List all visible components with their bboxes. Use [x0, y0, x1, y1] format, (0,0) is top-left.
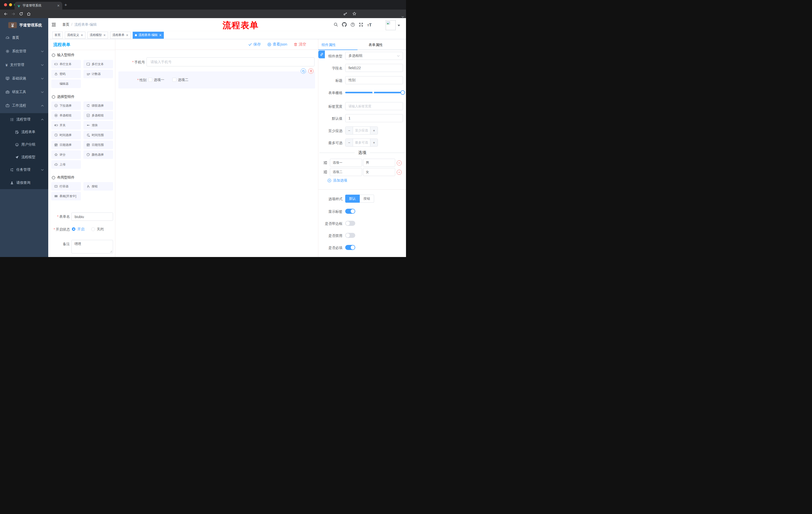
fullscreen-icon[interactable] [359, 22, 363, 27]
checkbox-option1-label[interactable]: 选项一 [154, 78, 164, 82]
disabled-switch[interactable] [345, 233, 355, 238]
avatar[interactable] [386, 20, 396, 30]
palette-item-textarea[interactable]: 多行文本 [83, 60, 113, 69]
drag-handle-icon[interactable] [323, 170, 327, 174]
tab-form-props[interactable]: 表单属性 [369, 43, 383, 47]
tag-close-icon[interactable]: ✕ [126, 33, 128, 37]
tag-home[interactable]: 首页 [52, 32, 63, 39]
grid-slider-track[interactable] [345, 92, 403, 93]
tag-process-definition[interactable]: 流程定义✕ [65, 32, 85, 39]
sidebar-item-home[interactable]: 首页 [0, 31, 48, 44]
copy-component-button[interactable] [301, 69, 306, 74]
window-close-button[interactable] [4, 3, 7, 6]
tag-process-form-edit[interactable]: 流程表单-编辑✕ [133, 32, 164, 39]
help-icon[interactable] [350, 22, 355, 27]
palette-item-date-picker[interactable]: 日期选择 [51, 141, 81, 149]
default-value-input[interactable] [345, 114, 403, 122]
save-button[interactable]: 保存 [248, 42, 261, 47]
increase-button[interactable]: + [370, 139, 378, 146]
palette-item-row-container[interactable]: 行容器 [51, 182, 81, 191]
border-switch[interactable] [345, 221, 355, 226]
github-icon[interactable] [342, 22, 347, 27]
remove-option2-button[interactable] [397, 170, 402, 175]
increase-button[interactable]: + [370, 127, 378, 134]
radio-on-label[interactable]: 开启 [77, 227, 84, 232]
app-logo[interactable]: 🐰 芋道管理系统 [0, 18, 48, 32]
sidebar-item-task-management[interactable]: 任务管理 [0, 163, 48, 176]
tag-close-icon[interactable]: ✕ [81, 33, 83, 37]
palette-item-date-range[interactable]: 日期范围 [83, 141, 113, 149]
palette-item-cascader[interactable]: 级联选择 [83, 101, 113, 110]
palette-item-upload[interactable]: 上传 [51, 160, 81, 169]
palette-item-select[interactable]: 下拉选择 [51, 101, 81, 110]
tag-close-icon[interactable]: ✕ [103, 33, 106, 37]
show-label-switch[interactable] [345, 209, 355, 214]
tab-component-props[interactable]: 组件属性 [322, 43, 336, 47]
add-option-button[interactable]: 添加选项 [327, 178, 347, 183]
palette-item-checkbox-group[interactable]: 多选框组 [83, 111, 113, 120]
checkbox-option1[interactable] [148, 78, 152, 82]
palette-item-single-line-text[interactable]: 单行文本 [51, 60, 81, 69]
new-tab-button[interactable]: + [64, 2, 67, 7]
tag-process-model[interactable]: 流程模型✕ [87, 32, 108, 39]
min-checked-stepper[interactable]: − 至少应选 + [345, 127, 378, 135]
tag-close-icon[interactable]: ✕ [159, 33, 162, 37]
form-name-input[interactable] [71, 213, 113, 221]
sidebar-collapse-icon[interactable] [51, 22, 56, 27]
clear-button[interactable]: 清空 [294, 42, 306, 47]
palette-item-button[interactable]: 按钮 [83, 182, 113, 191]
radio-on-selected[interactable] [72, 227, 76, 231]
style-default-button[interactable]: 默认 [345, 195, 360, 203]
password-key-icon[interactable] [343, 12, 347, 16]
selected-component-gender[interactable]: *性别 选项一 选项二 [118, 72, 315, 88]
forward-icon[interactable] [11, 12, 16, 16]
drag-handle-icon[interactable] [323, 161, 327, 165]
sidebar-item-leave-query[interactable]: 请假查询 [0, 177, 48, 189]
sidebar-item-payment[interactable]: ¥ 支付管理 [0, 59, 48, 71]
component-type-select[interactable]: 多选框组 [345, 52, 403, 60]
resize-handle-icon[interactable] [110, 250, 112, 253]
tag-process-form[interactable]: 流程表单✕ [110, 32, 130, 39]
sidebar-item-process-model[interactable]: 流程模型 [0, 151, 48, 163]
radio-off-label[interactable]: 关闭 [97, 227, 104, 232]
palette-item-slider[interactable]: 滑块 [83, 121, 113, 130]
form-remark-textarea[interactable]: 嘿嘿 [71, 240, 113, 253]
back-icon[interactable] [3, 12, 8, 16]
search-icon[interactable] [334, 22, 338, 27]
delete-component-button[interactable] [308, 69, 314, 74]
remove-option1-button[interactable] [397, 160, 402, 165]
sidebar-item-user-group[interactable]: 用户分组 [0, 138, 48, 151]
sidebar-item-infrastructure[interactable]: 基础设施 [0, 72, 48, 85]
palette-item-editor[interactable]: 编辑器 [51, 79, 81, 88]
palette-item-color-picker[interactable]: 颜色选择 [83, 151, 113, 159]
max-checked-stepper[interactable]: − 最多可选 + [345, 139, 378, 146]
palette-item-switch[interactable]: 开关 [51, 121, 81, 130]
sidebar-item-dev-tools[interactable]: 研发工具 [0, 86, 48, 98]
sidebar-item-process-management[interactable]: 流程管理 [0, 113, 48, 126]
checkbox-option2-label[interactable]: 选项二 [178, 78, 188, 82]
phone-input[interactable] [146, 57, 315, 66]
view-json-button[interactable]: 查看json [267, 42, 287, 47]
breadcrumb-home[interactable]: 首页 [62, 22, 69, 27]
palette-item-radio-group[interactable]: 单选框组 [51, 111, 81, 120]
radio-off[interactable] [91, 227, 95, 231]
field-name-input[interactable] [345, 64, 403, 72]
palette-item-time-range[interactable]: 时间范围 [83, 131, 113, 139]
home-icon[interactable] [27, 12, 31, 16]
sidebar-item-process-form[interactable]: 流程表单 [0, 126, 48, 138]
checkbox-option2[interactable] [172, 78, 176, 82]
option2-label-input[interactable] [330, 168, 362, 176]
browser-tab[interactable]: 芋道管理系统 ✕ [14, 2, 62, 9]
font-size-icon[interactable]: TT [367, 23, 372, 28]
decrease-button[interactable]: − [345, 139, 353, 146]
slider-handle[interactable] [401, 90, 405, 95]
style-button-button[interactable]: 按钮 [360, 195, 374, 203]
option2-value-input[interactable] [363, 168, 395, 176]
option1-label-input[interactable] [330, 159, 362, 167]
title-input[interactable] [345, 76, 403, 84]
bookmark-star-icon[interactable] [352, 11, 356, 16]
decrease-button[interactable]: − [345, 127, 353, 134]
window-minimize-button[interactable] [9, 3, 12, 6]
tab-close-icon[interactable]: ✕ [57, 4, 60, 7]
avatar-caret-icon[interactable] [398, 25, 400, 26]
